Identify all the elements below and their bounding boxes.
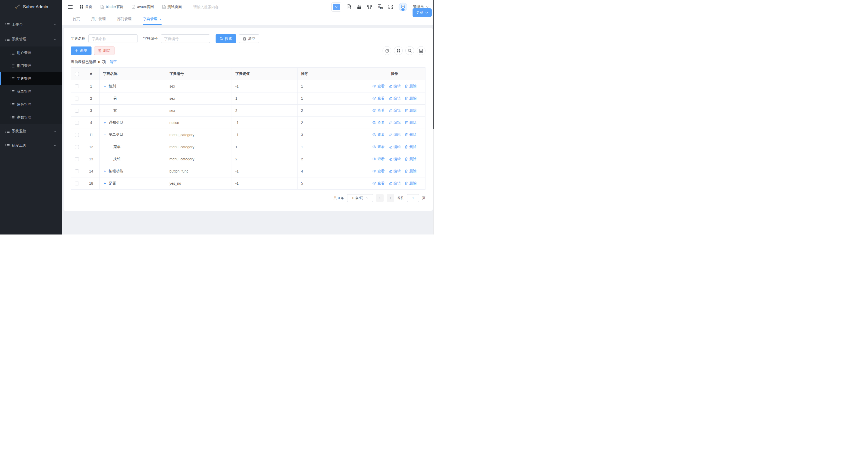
goto-page-input[interactable] (407, 194, 419, 202)
search-button[interactable]: 搜索 (216, 34, 236, 43)
clear-selection-link[interactable]: 清空 (110, 60, 117, 64)
row-checkbox[interactable] (75, 157, 79, 161)
sidebar-item-system-monitor[interactable]: 系统监控 (0, 124, 62, 138)
sidebar-item-dev-tools[interactable]: 研发工具 (0, 138, 62, 153)
sidebar-item-workbench[interactable]: 工作台 (0, 18, 62, 32)
selection-info: 当前表格已选择 0 项 清空 (71, 60, 426, 64)
tab-dict-mgmt[interactable]: 字典管理 × (143, 14, 161, 25)
tree-toggle-icon[interactable]: + (103, 121, 107, 125)
document-icon (162, 5, 166, 9)
user-avatar[interactable] (399, 3, 407, 11)
view-action[interactable]: 查看 (372, 84, 384, 89)
tab-home[interactable]: 首页 (73, 14, 80, 25)
edit-action[interactable]: 编辑 (389, 157, 401, 161)
select-all-checkbox[interactable] (75, 72, 79, 76)
row-checkbox[interactable] (75, 181, 79, 186)
chevron-down-icon (333, 4, 340, 10)
delete-action[interactable]: 删除 (405, 181, 416, 186)
edit-action[interactable]: 编辑 (389, 96, 401, 101)
add-button[interactable]: 新增 (71, 46, 92, 55)
next-page-button[interactable] (387, 194, 394, 202)
sidebar-item-menu-mgmt[interactable]: 菜单管理 (0, 85, 62, 98)
clear-filters-button[interactable]: 清空 (239, 34, 259, 43)
toggle-search-button[interactable] (405, 46, 414, 55)
delete-action[interactable]: 删除 (405, 157, 416, 161)
delete-action[interactable]: 删除 (405, 133, 416, 137)
row-index: 4 (83, 116, 99, 129)
sidebar-item-label: 部门管理 (17, 64, 31, 68)
refresh-button[interactable] (382, 46, 391, 55)
page-size-select[interactable]: 10条/页 (347, 194, 373, 202)
tree-toggle-icon[interactable]: − (103, 84, 107, 88)
sidebar-item-param-mgmt[interactable]: 参数管理 (0, 111, 62, 124)
view-action[interactable]: 查看 (372, 169, 384, 173)
top-menu-toggle-button[interactable] (331, 2, 341, 12)
view-action[interactable]: 查看 (372, 181, 384, 186)
global-search-input[interactable] (193, 5, 235, 9)
tree-toggle-icon[interactable]: + (103, 169, 107, 173)
topnav-bladex[interactable]: bladex官网 (100, 5, 124, 9)
row-checkbox[interactable] (75, 121, 79, 125)
row-checkbox[interactable] (75, 145, 79, 149)
eye-icon (372, 121, 376, 124)
edit-action[interactable]: 编辑 (389, 120, 401, 125)
app-logo[interactable]: Saber Admin (0, 0, 62, 14)
tab-user-mgmt[interactable]: 用户管理 (91, 14, 106, 25)
trash-icon (405, 157, 408, 161)
edit-action[interactable]: 编辑 (389, 181, 401, 186)
view-action[interactable]: 查看 (372, 96, 384, 101)
row-checkbox[interactable] (75, 169, 79, 173)
delete-action[interactable]: 删除 (405, 96, 416, 101)
tree-toggle-icon[interactable]: − (103, 133, 107, 137)
tab-dept-mgmt[interactable]: 部门管理 (117, 14, 131, 25)
view-action[interactable]: 查看 (372, 108, 384, 113)
topnav-avuex[interactable]: avuex官网 (132, 5, 154, 9)
edit-action[interactable]: 编辑 (389, 169, 401, 173)
prev-page-button[interactable] (376, 194, 383, 202)
more-button[interactable]: 更多 (412, 8, 432, 17)
delete-action[interactable]: 删除 (405, 169, 416, 173)
language-switch-icon[interactable]: 中A (378, 4, 383, 9)
row-checkbox[interactable] (75, 85, 79, 88)
page-scrollbar[interactable] (433, 0, 434, 234)
edit-action[interactable]: 编辑 (389, 133, 401, 137)
topnav-test-page[interactable]: 测试页面 (162, 5, 182, 9)
view-action[interactable]: 查看 (372, 133, 384, 137)
sidebar-item-dept-mgmt[interactable]: 部门管理 (0, 59, 62, 72)
delete-action[interactable]: 删除 (405, 84, 416, 89)
tab-close-icon[interactable]: × (159, 17, 161, 21)
view-action[interactable]: 查看 (372, 120, 384, 125)
row-checkbox[interactable] (75, 109, 79, 112)
delete-action[interactable]: 删除 (405, 120, 416, 125)
dict-code-input[interactable] (161, 34, 210, 43)
dict-name-input[interactable] (88, 34, 137, 43)
fullscreen-icon[interactable] (388, 4, 393, 9)
topnav-home[interactable]: 首页 (80, 5, 92, 9)
sidebar-item-role-mgmt[interactable]: 角色管理 (0, 98, 62, 111)
view-action[interactable]: 查看 (372, 157, 384, 161)
edit-action[interactable]: 编辑 (389, 108, 401, 113)
sidebar-item-system-mgmt[interactable]: 系统管理 (0, 32, 62, 46)
topnav-label: 测试页面 (167, 5, 182, 9)
list-view-button[interactable] (417, 46, 426, 55)
view-action[interactable]: 查看 (372, 145, 384, 149)
row-checkbox[interactable] (75, 97, 79, 100)
row-checkbox[interactable] (75, 133, 79, 137)
edit-action-label: 编辑 (394, 84, 401, 89)
sidebar-item-dict-mgmt[interactable]: 字典管理 (0, 72, 62, 85)
delete-button[interactable]: 删除 (94, 46, 115, 55)
edit-action[interactable]: 编辑 (389, 145, 401, 149)
sidebar-collapse-icon[interactable] (68, 5, 73, 9)
sidebar-item-user-mgmt[interactable]: 用户管理 (0, 46, 62, 59)
top-nav: 首页 bladex官网 avuex官网 测试页面 (80, 5, 182, 9)
column-settings-button[interactable] (394, 46, 403, 55)
theme-shirt-icon[interactable] (367, 5, 372, 9)
delete-action[interactable]: 删除 (405, 145, 416, 149)
view-action-label: 查看 (377, 181, 384, 186)
tree-toggle-icon[interactable]: + (103, 181, 107, 186)
edit-action[interactable]: 编辑 (389, 84, 401, 89)
scrollbar-thumb[interactable] (433, 0, 434, 129)
delete-action[interactable]: 删除 (405, 108, 416, 113)
lock-icon[interactable] (357, 4, 361, 9)
debug-tool-icon[interactable] (347, 4, 351, 9)
